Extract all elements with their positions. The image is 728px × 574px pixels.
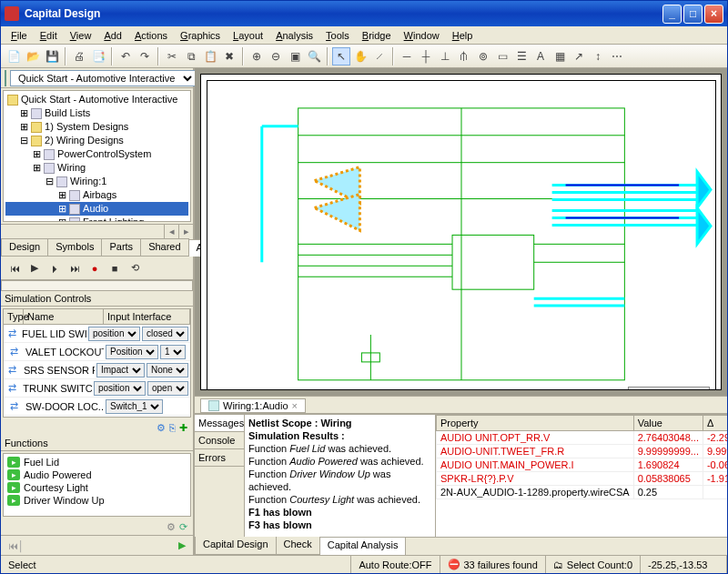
connector-icon[interactable]: ⫛ <box>455 47 473 65</box>
zoom-fit-icon[interactable]: ▣ <box>286 47 304 65</box>
fn-tool-1-icon[interactable]: ⚙ <box>167 521 176 533</box>
menu-analysis[interactable]: Analysis <box>269 28 319 43</box>
maximize-button[interactable]: □ <box>683 5 703 24</box>
tree-item[interactable]: ⊞ Audio <box>5 202 188 216</box>
quickstart-icon[interactable] <box>5 70 6 86</box>
tree-item[interactable]: ⊞ Wiring <box>5 161 188 175</box>
menu-graphics[interactable]: Graphics <box>174 28 227 43</box>
tab-parts[interactable]: Parts <box>101 238 141 256</box>
sim-row[interactable]: ⇄SRS SENSOR FRImpactNone <box>4 361 190 379</box>
tree-root[interactable]: Quick Start - Automotive Interactive <box>5 93 188 106</box>
tree-item[interactable]: ⊞ Front Lighting <box>5 216 188 222</box>
tree-item[interactable]: ⊟ 2) Wiring Designs <box>5 134 188 147</box>
tab-messages[interactable]: Messages <box>195 415 244 432</box>
refresh-button[interactable]: ⟲ <box>126 260 143 277</box>
bottom-tab-capital-design[interactable]: Capital Design <box>195 537 277 555</box>
tree-scroll-right-icon[interactable]: ▸ <box>178 225 193 238</box>
menu-layout[interactable]: Layout <box>227 28 269 43</box>
property-row[interactable]: SPKR-LR{?}.P.V0.05838065-1.9173133... <box>437 472 728 486</box>
sim-tool-2-icon[interactable]: ⎘ <box>169 422 176 433</box>
sim-row[interactable]: ⇄FUEL LID SWITCHpositionclosed <box>4 325 190 343</box>
new-icon[interactable]: 📄 <box>5 47 23 65</box>
function-item[interactable]: ▸Audio Powered <box>5 468 188 481</box>
close-button[interactable]: × <box>704 5 723 24</box>
menu-bridge[interactable]: Bridge <box>356 28 398 43</box>
delete-icon[interactable]: ✖ <box>220 47 238 65</box>
zoom-area-icon[interactable]: 🔍 <box>305 47 323 65</box>
cut-icon[interactable]: ✂ <box>163 47 181 65</box>
time-slider[interactable] <box>1 280 193 291</box>
sim-input-a[interactable]: Position <box>106 345 158 359</box>
open-icon[interactable]: 📂 <box>24 47 42 65</box>
zoom-in-icon[interactable]: ⊕ <box>248 47 266 65</box>
step-button[interactable]: ⏵ <box>46 260 63 277</box>
play-button[interactable]: ▶ <box>26 260 43 277</box>
select-icon[interactable]: ↖ <box>332 47 350 65</box>
menu-edit[interactable]: Edit <box>34 28 64 43</box>
schematic-canvas[interactable]: Mentor Graphics <box>207 80 716 390</box>
wire-icon[interactable]: ─ <box>398 47 416 65</box>
status-failures[interactable]: ⛔ 33 failures found <box>440 556 546 573</box>
sim-row[interactable]: ⇄VALET LOCKOUTPosition1 <box>4 343 190 361</box>
undo-icon[interactable]: ↶ <box>116 47 135 65</box>
sim-tool-3-icon[interactable]: ✚ <box>179 422 187 434</box>
text-icon[interactable]: A <box>531 47 550 65</box>
menu-tools[interactable]: Tools <box>319 28 356 43</box>
tree-item[interactable]: ⊞ Build Lists <box>5 106 188 120</box>
function-item[interactable]: ▸Driver Window Up <box>5 494 188 507</box>
minimize-button[interactable]: _ <box>662 5 682 24</box>
functions-list[interactable]: ▸Fuel Lid▸Audio Powered▸Courtesy Light▸D… <box>3 453 191 517</box>
rewind-button[interactable]: ⏮ <box>6 260 23 277</box>
block-icon[interactable]: ▭ <box>493 47 511 65</box>
tree-item[interactable]: ⊞ Airbags <box>5 188 188 202</box>
property-row[interactable]: AUDIO-UNIT.TWEET_FR.R9.99999999...9.9999… <box>437 445 728 458</box>
pan-icon[interactable]: ✋ <box>351 47 369 65</box>
sim-row[interactable]: ⇄TRUNK SWITCHpositionopen <box>4 379 190 398</box>
print-preview-icon[interactable]: 📑 <box>89 47 107 65</box>
save-icon[interactable]: 💾 <box>43 47 61 65</box>
fn-tool-2-icon[interactable]: ⟳ <box>179 521 187 533</box>
document-tab[interactable]: Wiring:1:Audio × <box>200 398 306 413</box>
junction-icon[interactable]: ⊚ <box>474 47 492 65</box>
zoom-out-icon[interactable]: ⊖ <box>267 47 285 65</box>
menu-view[interactable]: View <box>64 28 98 43</box>
sim-input-b[interactable]: open <box>147 381 188 396</box>
tab-design[interactable]: Design <box>1 238 48 256</box>
paste-icon[interactable]: 📋 <box>201 47 219 65</box>
tree-scroll-left-icon[interactable]: ◂ <box>164 225 178 238</box>
print-icon[interactable]: 🖨 <box>70 47 88 65</box>
measure-icon[interactable]: ⟋ <box>370 47 389 65</box>
sim-row[interactable]: ⇄SW-DOOR LOC...Switch_1 <box>4 398 190 416</box>
property-row[interactable]: AUDIO UNIT.OPT_RR.V2.76403048...-2.29035… <box>437 431 728 445</box>
sim-input-b[interactable]: closed <box>142 327 188 341</box>
tab-shared[interactable]: Shared <box>140 238 188 256</box>
redo-icon[interactable]: ↷ <box>136 47 154 65</box>
tab-console[interactable]: Console <box>195 432 244 449</box>
splice-icon[interactable]: ⊥ <box>436 47 454 65</box>
close-tab-icon[interactable]: × <box>292 400 298 411</box>
property-grid[interactable]: Property Value Δ AUDIO UNIT.OPT_RR.V2.76… <box>436 415 727 537</box>
quickstart-select[interactable]: Quick Start - Automotive Interactive <box>10 70 196 86</box>
record-button[interactable]: ● <box>86 260 103 277</box>
net-icon[interactable]: ┼ <box>417 47 435 65</box>
menu-add[interactable]: Add <box>97 28 128 43</box>
sim-input-a[interactable]: Impact <box>96 363 145 378</box>
play-end-icon[interactable]: ▶ <box>178 539 186 551</box>
tree-item[interactable]: ⊟ Wiring:1 <box>5 175 188 188</box>
sim-tool-1-icon[interactable]: ⚙ <box>157 422 166 434</box>
menu-file[interactable]: File <box>5 28 34 43</box>
sim-input-a[interactable]: position <box>94 381 146 396</box>
console-messages[interactable]: Netlist Scope : WiringSimulation Results… <box>245 415 436 537</box>
bottom-tab-capital-analysis[interactable]: Capital Analysis <box>319 538 407 556</box>
rewind-end-icon[interactable]: ⏮│ <box>8 540 25 551</box>
sim-input-b[interactable]: 1 <box>160 345 186 359</box>
fast-button[interactable]: ⏭ <box>66 260 83 277</box>
tab-symbols[interactable]: Symbols <box>47 238 102 256</box>
function-item[interactable]: ▸Courtesy Light <box>5 481 188 494</box>
function-item[interactable]: ▸Fuel Lid <box>5 456 188 468</box>
sim-input-a[interactable]: position <box>88 327 140 341</box>
menu-actions[interactable]: Actions <box>128 28 174 43</box>
canvas-scroll[interactable]: Mentor Graphics <box>200 74 722 390</box>
tree-item[interactable]: ⊞ 1) System Designs <box>5 120 188 134</box>
tree-item[interactable]: ⊞ PowerControlSystem <box>5 147 188 161</box>
